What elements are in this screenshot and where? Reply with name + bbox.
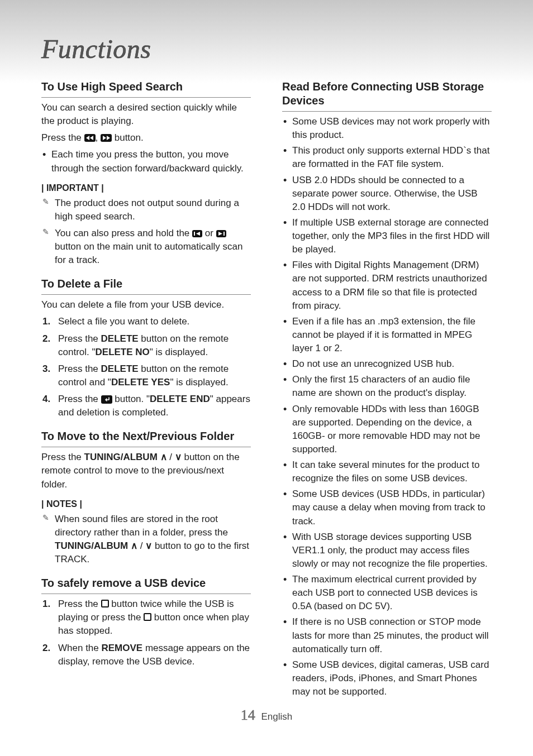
callout-notes: | NOTES | bbox=[41, 499, 251, 509]
list-item: When the REMOVE message appears on the d… bbox=[41, 642, 251, 668]
list-item: Each time you press the button, you move… bbox=[41, 148, 251, 175]
chevron-down-icon: ∨ bbox=[175, 452, 182, 462]
list-item: Only removable HDDs with less than 160GB… bbox=[282, 403, 492, 457]
list-item: Do not use an unrecognized USB hub. bbox=[282, 357, 492, 371]
list-item: This product only supports external HDD`… bbox=[282, 144, 492, 171]
page-number: 14 bbox=[241, 707, 255, 723]
text: Press the bbox=[58, 394, 101, 404]
text: or bbox=[205, 228, 216, 238]
svg-rect-0 bbox=[194, 232, 195, 236]
text: Press the bbox=[41, 452, 84, 462]
callout-important: | IMPORTANT | bbox=[41, 183, 251, 193]
note-list: The product does not output sound during… bbox=[41, 197, 251, 267]
list-item: Press the button twice while the USB is … bbox=[41, 597, 251, 638]
svg-rect-1 bbox=[223, 232, 225, 236]
list-item: Some USB devices (USB HDDs, in particula… bbox=[282, 487, 492, 528]
text: Press the bbox=[41, 132, 84, 143]
chevron-up-icon: ∧ bbox=[131, 540, 137, 551]
heading-next-prev-folder: To Move to the Next/Previous Folder bbox=[41, 429, 251, 447]
paragraph: You can search a desired section quickly… bbox=[41, 101, 251, 128]
text-bold: DELETE bbox=[101, 363, 139, 374]
text: When sound files are stored in the root … bbox=[55, 514, 228, 538]
list-item: If multiple USB external storage are con… bbox=[282, 216, 492, 256]
bullet-list: Some USB devices may not work properly w… bbox=[282, 115, 492, 698]
heading-high-speed-search: To Use High Speed Search bbox=[41, 80, 251, 98]
list-item: The maximum electrical current provided … bbox=[282, 573, 492, 613]
column-left: To Use High Speed Search You can search … bbox=[41, 80, 251, 702]
list-item: Select a file you want to delete. bbox=[41, 315, 251, 328]
text: , bbox=[96, 132, 101, 143]
text-bold: DELETE END bbox=[150, 394, 210, 404]
chevron-up-icon: ∧ bbox=[160, 452, 167, 462]
text-bold: REMOVE bbox=[102, 643, 143, 653]
paragraph: Press the , button. bbox=[41, 131, 251, 145]
list-item: Even if a file has an .mp3 extension, th… bbox=[282, 315, 492, 355]
list-item: When sound files are stored in the root … bbox=[41, 513, 251, 567]
text: button. bbox=[115, 132, 144, 143]
list-item: Some USB devices, digital cameras, USB c… bbox=[282, 658, 492, 698]
text-bold: DELETE bbox=[101, 333, 139, 344]
ordered-list: Select a file you want to delete. Press … bbox=[41, 315, 251, 419]
list-item: You can also press and hold the or butto… bbox=[41, 227, 251, 267]
text: button. " bbox=[115, 394, 150, 404]
text-bold: DELETE NO bbox=[96, 347, 150, 357]
text: button on the main unit to automatically… bbox=[55, 241, 242, 265]
list-item: Files with Digital Rights Management (DR… bbox=[282, 259, 492, 313]
note-list: When sound files are stored in the root … bbox=[41, 513, 251, 567]
skip-forward-icon bbox=[216, 230, 226, 237]
list-item: Press the DELETE button on the remote co… bbox=[41, 362, 251, 389]
column-right: Read Before Connecting USB Storage Devic… bbox=[282, 80, 492, 702]
text-bold: TUNING/ALBUM bbox=[84, 452, 158, 462]
page-language: English bbox=[261, 711, 292, 722]
heading-usb-storage: Read Before Connecting USB Storage Devic… bbox=[282, 80, 492, 112]
list-item: If there is no USB connection or STOP mo… bbox=[282, 615, 492, 655]
text: Press the bbox=[58, 363, 101, 374]
list-item: With USB storage devices supporting USB … bbox=[282, 530, 492, 571]
paragraph: Press the TUNING/ALBUM ∧ / ∨ button on t… bbox=[41, 451, 251, 491]
text: Press the bbox=[58, 599, 101, 609]
list-item: Press the DELETE button on the remote co… bbox=[41, 332, 251, 359]
list-item: It can take several minutes for the prod… bbox=[282, 458, 492, 485]
rewind-icon bbox=[84, 134, 96, 142]
text: When the bbox=[58, 643, 102, 653]
fast-forward-icon bbox=[101, 134, 112, 142]
list-item: Some USB devices may not work properly w… bbox=[282, 115, 492, 142]
paragraph: You can delete a file from your USB devi… bbox=[41, 298, 251, 312]
list-item: USB 2.0 HDDs should be connected to a se… bbox=[282, 174, 492, 214]
heading-delete-file: To Delete a File bbox=[41, 277, 251, 295]
page-footer: 14 English bbox=[0, 707, 533, 724]
text: " is displayed. bbox=[150, 347, 208, 357]
skip-back-icon bbox=[192, 230, 202, 237]
list-item: The product does not output sound during… bbox=[41, 197, 251, 223]
enter-icon bbox=[101, 395, 112, 404]
heading-safely-remove-usb: To safely remove a USB device bbox=[41, 576, 251, 594]
ordered-list: Press the button twice while the USB is … bbox=[41, 597, 251, 668]
stop-icon bbox=[101, 600, 109, 607]
list-item: Only the first 15 characters of an audio… bbox=[282, 373, 492, 400]
page: Functions To Use High Speed Search You c… bbox=[0, 0, 533, 702]
bullet-list: Each time you press the button, you move… bbox=[41, 148, 251, 175]
list-item: Press the button. "DELETE END" appears a… bbox=[41, 393, 251, 419]
columns: To Use High Speed Search You can search … bbox=[41, 80, 492, 702]
text-bold: TUNING/ALBUM bbox=[55, 540, 128, 551]
text: Press the bbox=[58, 333, 101, 344]
text: You can also press and hold the bbox=[55, 228, 192, 238]
stop-icon bbox=[144, 613, 151, 621]
page-title: Functions bbox=[41, 34, 492, 64]
text-bold: DELETE YES bbox=[111, 377, 170, 387]
chevron-down-icon: ∨ bbox=[145, 540, 152, 551]
text: " is displayed. bbox=[170, 377, 228, 387]
